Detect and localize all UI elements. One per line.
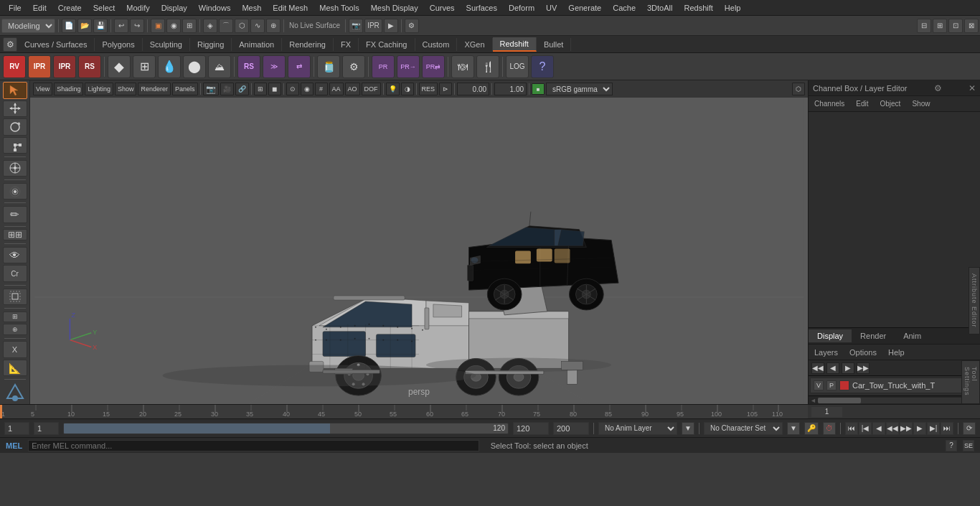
char-set-key-btn[interactable]: 🔑 [804,422,819,435]
play-back-btn[interactable]: ◀◀ [886,422,899,435]
save-scene-btn[interactable]: 💾 [93,19,108,33]
shelf-icon-rs[interactable]: RS [78,55,101,78]
shelf-tab-redshift[interactable]: Redshift [493,37,537,52]
render-settings-btn[interactable]: ⚙ [405,19,419,33]
vp-smooth-btn[interactable]: ◉ [301,83,314,95]
layout-btn1[interactable]: ⊟ [917,19,931,33]
attribute-editor-tab[interactable]: Attribute Editor [969,267,980,334]
shelf-icon-pr1[interactable]: PR [372,55,395,78]
menu-windows[interactable]: Windows [193,2,237,14]
help-line-btn[interactable]: ? [946,440,957,451]
vp-grid-btn[interactable]: # [315,83,328,95]
undo-btn[interactable]: ↩ [114,19,128,33]
rtt-edit-btn[interactable]: Edit [850,98,874,109]
shelf-icon-drop[interactable]: 💧 [158,55,181,78]
snap-face-btn[interactable]: ⬡ [235,19,249,33]
layer-tab-display[interactable]: Display [809,329,852,342]
vp-cam-fov-input[interactable] [494,83,527,95]
layer-scroll-thumb[interactable] [818,398,861,403]
vp-aa-btn[interactable]: AA [329,83,344,95]
menu-mesh-tools[interactable]: Mesh Tools [314,2,364,14]
shelf-tab-sculpting[interactable]: Sculpting [143,38,190,51]
soft-select-btn[interactable] [3,183,27,200]
shelf-tab-rigging[interactable]: Rigging [190,38,232,51]
menu-redshift[interactable]: Redshift [678,2,718,14]
menu-edit[interactable]: Edit [27,2,52,14]
quad-draw-btn[interactable]: ⊞ [3,311,27,322]
menu-select[interactable]: Select [88,2,121,14]
viewport[interactable]: View Shading Lighting Show Renderer Pane… [30,80,808,404]
layout-btn4[interactable]: ⊠ [964,19,979,33]
layer-next-next-btn[interactable]: ▶▶ [857,362,870,374]
snap-pivot-btn[interactable]: ⊕ [266,19,281,33]
vp-expand-btn[interactable]: ⬡ [792,83,805,95]
menu-edit-mesh[interactable]: Edit Mesh [267,2,314,14]
layer-subtab-options[interactable]: Options [844,347,882,358]
vp-shadow-btn[interactable]: ◑ [401,83,414,95]
menu-mesh[interactable]: Mesh [236,2,267,14]
shelf-tab-animation[interactable]: Animation [232,38,282,51]
timeline-ruler[interactable]: 1 5 10 15 20 25 30 35 40 45 50 55 60 [0,405,808,418]
layer-prev-prev-btn[interactable]: ◀◀ [811,362,824,374]
vp-wireframe-btn[interactable]: ⊞ [254,83,267,95]
range-start2-input[interactable] [34,422,59,435]
shelf-tab-fx-caching[interactable]: FX Caching [359,38,415,51]
vp-shaded-btn[interactable]: ◼ [268,83,281,95]
snap-edge-btn[interactable]: ⌒ [219,19,233,33]
max-end-input[interactable] [553,422,589,435]
layer-scroll-left[interactable]: ◄ [810,397,816,404]
shelf-icon-r3[interactable]: ⇄ [288,55,311,78]
shelf-tab-custom[interactable]: Custom [415,38,458,51]
shelf-icon-ipr[interactable]: IPR [28,55,51,78]
menu-cache[interactable]: Cache [607,2,641,14]
menu-create[interactable]: Create [52,2,88,14]
menu-surfaces[interactable]: Surfaces [461,2,503,14]
shelf-tab-rendering[interactable]: Rendering [282,38,334,51]
vp-camera-btn[interactable]: 🎥 [220,83,234,95]
mel-input[interactable] [28,440,479,451]
shelf-icon-rv[interactable]: RV [3,55,26,78]
menu-3dto-all[interactable]: 3DtoAll [641,2,678,14]
rotate-tool-btn[interactable] [3,118,27,136]
menu-curves[interactable]: Curves [424,2,461,14]
shelf-icon-pr2[interactable]: PR→ [397,55,420,78]
menu-display[interactable]: Display [156,2,193,14]
tool-settings-tab[interactable]: Tool Settings [961,360,980,404]
layer-color-swatch[interactable] [839,380,849,390]
rtt-object-btn[interactable]: Object [875,98,907,109]
vp-light-btn[interactable]: 💡 [386,83,400,95]
menu-deform[interactable]: Deform [503,2,540,14]
prev-key-btn[interactable]: |◀ [859,422,872,435]
open-scene-btn[interactable]: 📂 [77,19,92,33]
loop-btn[interactable]: ⟳ [963,422,976,435]
vp-dof-btn[interactable]: DOF [362,83,381,95]
right-panel-options-btn[interactable]: ⚙ [934,83,942,93]
step-back-btn[interactable]: ◀ [872,422,885,435]
vp-color-btn[interactable]: ■ [532,83,545,95]
vp-cam-btn[interactable]: 📷 [203,83,219,95]
layer-row-0[interactable]: V P Car_Tow_Truck_with_T [810,378,979,393]
layer-subtab-help[interactable]: Help [882,347,910,358]
shelf-icon-grid[interactable]: ⊞ [133,55,156,78]
play-start-btn[interactable]: ⏮ [845,422,858,435]
current-frame-input[interactable] [811,406,843,418]
next-key-btn[interactable]: ▶| [927,422,940,435]
range-end-input[interactable] [513,422,549,435]
char-set-options-btn[interactable]: ▼ [787,422,800,435]
layer-subtab-layers[interactable]: Layers [809,347,844,358]
vp-lighting-btn[interactable]: Lighting [85,83,113,95]
shelf-tab-bullet[interactable]: Bullet [537,38,572,51]
shelf-icon-sphere[interactable]: ⬤ [183,55,206,78]
right-panel-close-btn[interactable]: ✕ [969,83,976,93]
rtt-channels-btn[interactable]: Channels [809,98,850,109]
shelf-icon-log[interactable]: LOG [506,55,529,78]
vp-playback-btn[interactable]: ⊳ [439,83,452,95]
move-tool-btn[interactable] [3,100,27,118]
range-slider[interactable]: 120 [63,423,509,434]
shelf-tab-xgen[interactable]: XGen [457,38,492,51]
anim-layer-dropdown[interactable]: No Anim Layer [598,422,677,435]
menu-uv[interactable]: UV [540,2,562,14]
layer-next-btn[interactable]: ▶ [842,362,854,374]
component-mode-btn[interactable]: ◉ [166,19,181,33]
shelf-icon-ipr2[interactable]: IPR [53,55,76,78]
